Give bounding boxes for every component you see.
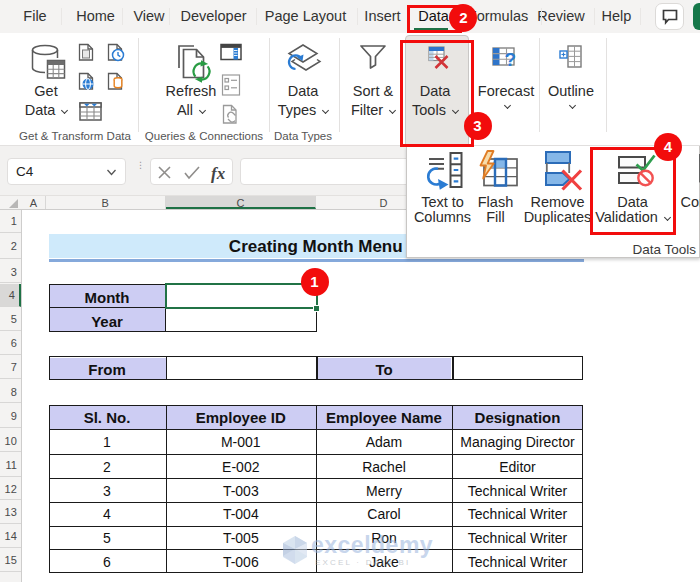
svg-text:?: ? xyxy=(505,49,517,70)
svg-text:fx: fx xyxy=(211,164,226,183)
